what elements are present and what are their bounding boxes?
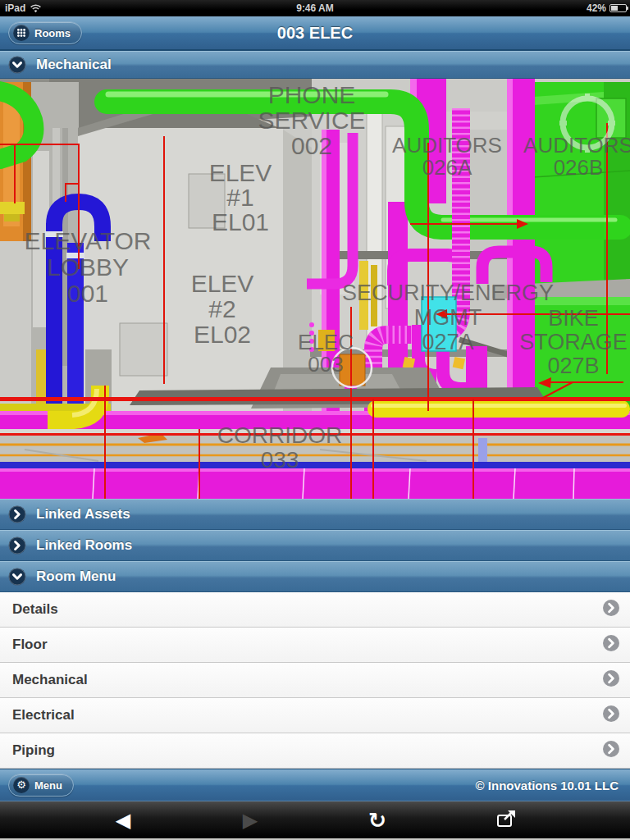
disclosure-chevron-icon[interactable] — [602, 669, 620, 691]
bim-3d-scene — [0, 79, 630, 499]
app-screen: iPad 9:46 AM 42% 003 ELEC — [0, 0, 630, 840]
copyright-text: © Innovations 10.01 LLC — [476, 778, 630, 792]
footer-toolbar: ⚙ Menu © Innovations 10.01 LLC — [0, 769, 630, 801]
forward-button[interactable]: ▶ — [243, 810, 258, 830]
chevron-right-icon — [8, 505, 26, 523]
reload-button[interactable]: ↻ — [368, 810, 386, 831]
section-label-mechanical: Mechanical — [36, 57, 112, 73]
section-label-linked-rooms: Linked Rooms — [36, 537, 132, 554]
disclosure-chevron-icon[interactable] — [602, 740, 620, 761]
rooms-button-label: Rooms — [34, 27, 71, 39]
menu-button-label: Menu — [34, 779, 62, 792]
chevron-down-icon — [8, 56, 26, 74]
model-viewport[interactable]: PHONESERVICE002 ELEV#1EL01 AUDITORS026A … — [0, 79, 630, 499]
menu-button[interactable]: ⚙ Menu — [8, 774, 74, 797]
disclosure-chevron-icon[interactable] — [602, 634, 620, 655]
clock: 9:46 AM — [0, 2, 630, 14]
browser-navigation-bar: ◀ ▶ ↻ — [0, 801, 630, 838]
section-header-mechanical[interactable]: Mechanical — [0, 51, 630, 79]
chevron-right-icon — [8, 536, 26, 555]
back-button[interactable]: ◀ — [116, 810, 130, 830]
share-button[interactable] — [495, 809, 517, 832]
gear-icon: ⚙ — [13, 777, 30, 793]
section-label-room-menu: Room Menu — [36, 568, 116, 585]
menu-item-mechanical[interactable]: Mechanical — [0, 663, 630, 698]
chevron-down-icon — [8, 568, 26, 586]
section-header-linked-assets[interactable]: Linked Assets — [0, 499, 630, 530]
battery-icon — [609, 4, 627, 12]
status-bar: iPad 9:46 AM 42% — [0, 0, 630, 16]
menu-item-electrical[interactable]: Electrical — [0, 698, 630, 733]
disclosure-chevron-icon[interactable] — [602, 599, 620, 620]
rooms-button[interactable]: Rooms — [8, 21, 82, 44]
menu-item-piping[interactable]: Piping — [0, 733, 630, 769]
disclosure-chevron-icon[interactable] — [602, 705, 620, 726]
section-label-linked-assets: Linked Assets — [36, 506, 130, 523]
room-menu-list: Details Floor Mechanical Electrical Pipi… — [0, 592, 630, 769]
navigation-bar: 003 ELEC Rooms — [0, 16, 630, 51]
section-header-linked-rooms[interactable]: Linked Rooms — [0, 530, 630, 561]
section-header-room-menu[interactable]: Room Menu — [0, 561, 630, 592]
menu-item-floor[interactable]: Floor — [0, 628, 630, 663]
page-title: 003 ELEC — [0, 24, 630, 43]
rooms-grid-icon — [13, 25, 30, 41]
menu-item-details[interactable]: Details — [0, 592, 630, 628]
